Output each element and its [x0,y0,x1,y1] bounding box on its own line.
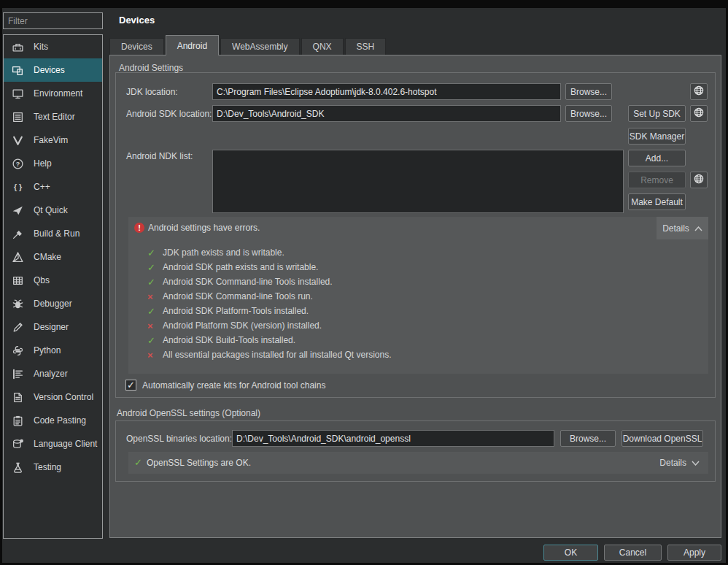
sidebar-item-c[interactable]: { }C++ [4,175,102,199]
sidebar-item-label: Python [34,345,61,355]
ndk-remove-button[interactable]: Remove [628,172,686,188]
jdk-location-label: JDK location: [126,87,178,97]
sidebar-item-environment[interactable]: Environment [4,82,102,105]
check-icon: ✓ [147,306,156,317]
status-check-text: Android Platform SDK (version) installed… [163,320,322,331]
status-check-text: Android SDK Platform-Tools installed. [163,306,309,316]
sidebar-item-label: C++ [34,182,50,192]
sidebar-item-fakevim[interactable]: FakeVim [4,128,102,152]
tab-webassembly[interactable]: WebAssembly [220,38,299,55]
cancel-button[interactable]: Cancel [604,545,662,561]
sidebar-item-build-run[interactable]: Build & Run [4,222,102,245]
openssl-status-summary: ✓ OpenSSL Settings are OK. [134,457,251,468]
filter-input[interactable] [3,12,103,29]
sidebar-item-designer[interactable]: Designer [4,315,102,339]
download-openssl-button[interactable]: Download OpenSSL [621,430,703,447]
status-check-text: Android SDK Command-line Tools run. [163,291,313,301]
sidebar-item-label: Qt Quick [34,205,68,215]
jdk-download-globe-button[interactable] [690,83,708,100]
check-icon: ✓ [147,335,156,346]
tab-android[interactable]: Android [166,35,219,55]
openssl-browse-button[interactable]: Browse... [560,430,616,447]
fakevim-icon [11,134,24,147]
sidebar-item-devices[interactable]: Devices [4,58,102,82]
testing-icon [11,461,24,474]
language-client-icon [11,437,24,450]
sidebar-item-label: Kits [34,42,48,52]
devices-icon [11,64,24,77]
openssl-status-panel: ✓ OpenSSL Settings are OK. Details [128,452,708,474]
status-check-item: ✓Android SDK Build-Tools installed. [128,333,708,347]
sdk-manager-button[interactable]: SDK Manager [628,128,686,145]
sidebar-item-qt-quick[interactable]: Qt Quick [4,199,102,222]
check-icon: ✓ [147,247,156,258]
ok-button[interactable]: OK [543,545,598,561]
sidebar-item-label: Build & Run [34,228,80,239]
ndk-make-default-button[interactable]: Make Default [628,193,686,210]
android-settings-group-title: Android Settings [119,63,183,73]
details-expand-button[interactable]: Details [659,452,700,474]
sdk-browse-button[interactable]: Browse... [565,105,612,122]
sidebar-item-label: Qbs [34,275,50,285]
set-up-sdk-button[interactable]: Set Up SDK [628,105,686,122]
check-icon: ✓ [147,277,156,288]
sidebar-item-code-pasting[interactable]: Code Pasting [4,409,102,432]
status-check-text: Android SDK Command-line Tools installed… [163,277,333,287]
sidebar-item-label: Designer [34,322,69,332]
sidebar-item-python[interactable]: Python [4,339,102,362]
text-editor-icon [11,110,24,123]
apply-button[interactable]: Apply [667,545,721,561]
sdk-location-label: Android SDK location: [126,109,212,119]
tab-ssh[interactable]: SSH [345,38,387,55]
sidebar-item-text-editor[interactable]: Text Editor [4,105,102,128]
jdk-browse-button[interactable]: Browse... [565,83,612,100]
globe-icon [693,107,705,120]
ndk-download-globe-button[interactable] [690,172,708,188]
ndk-list-label: Android NDK list: [126,151,193,161]
tab-devices[interactable]: Devices [109,38,164,55]
status-summary: ! Android settings have errors. [134,223,260,233]
sidebar-item-qbs[interactable]: Qbs [4,269,102,292]
auto-kits-checkbox[interactable]: ✓ [125,380,136,391]
jdk-location-field[interactable] [212,83,561,100]
status-check-item: ×All essential packages installed for al… [128,347,708,362]
svg-text:?: ? [15,160,20,167]
cmake-icon [11,250,24,264]
sidebar-item-help[interactable]: ?Help [4,152,102,175]
sidebar-item-kits[interactable]: Kits [4,35,102,58]
page-title: Devices [119,15,155,26]
sidebar-item-language-client[interactable]: Language Client [4,432,102,456]
tab-qnx[interactable]: QNX [301,38,344,55]
sidebar-item-debugger[interactable]: Debugger [4,292,102,315]
sidebar-item-analyzer[interactable]: Analyzer [4,362,102,385]
chevron-up-icon [694,223,702,234]
status-check-list: ✓JDK path exists and is writable.✓Androi… [128,245,708,362]
svg-text:{ }: { } [13,182,21,191]
sdk-location-field[interactable] [212,105,561,122]
auto-kits-label: Automatically create kits for Android to… [142,380,325,391]
sidebar-item-label: Text Editor [34,112,75,122]
sidebar-item-label: Debugger [34,299,72,309]
sidebar-item-label: Devices [34,65,65,75]
status-check-text: Android SDK Build-Tools installed. [163,335,295,345]
sidebar-item-testing[interactable]: Testing [4,456,102,479]
sidebar-item-label: Analyzer [34,369,68,379]
sidebar-item-version-control[interactable]: Version Control [4,385,102,409]
sidebar-item-label: Version Control [34,392,93,402]
sidebar-item-cmake[interactable]: CMake [4,245,102,269]
category-list: KitsDevicesEnvironmentText EditorFakeVim… [3,34,103,539]
details-collapse-button[interactable]: Details [657,217,708,239]
ndk-add-button[interactable]: Add... [628,150,686,166]
status-check-item: ✓JDK path exists and is writable. [128,245,708,260]
status-check-item: ×Android SDK Command-line Tools run. [128,289,708,304]
code-pasting-icon [11,414,24,427]
status-check-text: All essential packages installed for all… [163,350,392,360]
qbs-icon [11,274,24,287]
status-check-text: Android SDK path exists and is writable. [163,262,318,272]
android-status-panel: ! Android settings have errors. Details … [128,217,708,374]
openssl-location-field[interactable] [232,430,554,447]
sdk-download-globe-button[interactable] [690,105,708,122]
chevron-down-icon [692,458,700,468]
ndk-list-box[interactable] [212,150,624,213]
sidebar-item-label: Help [34,158,52,169]
